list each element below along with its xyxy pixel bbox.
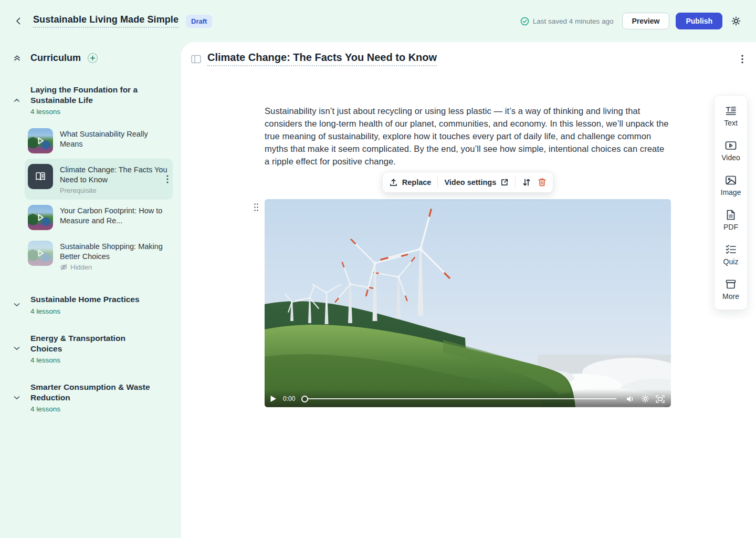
plus-circle-icon bbox=[87, 53, 98, 64]
insert-text-button[interactable]: Text bbox=[724, 105, 738, 127]
image-block-icon bbox=[724, 174, 737, 187]
play-button[interactable] bbox=[269, 394, 278, 404]
play-icon bbox=[28, 205, 53, 230]
delete-button[interactable] bbox=[538, 178, 547, 187]
check-circle-icon bbox=[520, 17, 529, 26]
video-block[interactable]: 0:00 bbox=[265, 199, 671, 407]
playback-time: 0:00 bbox=[283, 395, 295, 402]
insert-block-panel: Text Video Image PDF Quiz More bbox=[714, 95, 748, 310]
volume-button[interactable] bbox=[625, 394, 636, 404]
divider bbox=[515, 177, 516, 188]
section-title: Smarter Consumption & Waste Reduction bbox=[30, 382, 156, 403]
video-player[interactable]: 0:00 bbox=[265, 199, 671, 407]
insert-more-button[interactable]: More bbox=[722, 278, 739, 301]
insert-video-button[interactable]: Video bbox=[721, 139, 740, 162]
lesson-editor-card: Climate Change: The Facts You Need to Kn… bbox=[181, 42, 756, 538]
seek-handle[interactable] bbox=[301, 396, 308, 402]
insert-pdf-button[interactable]: PDF bbox=[723, 209, 738, 231]
lesson-list: What Sustainability Really Means Climate… bbox=[25, 123, 173, 276]
toggle-sidebar-button[interactable] bbox=[190, 54, 202, 65]
section-title: Energy & Transportation Choices bbox=[30, 333, 156, 354]
chevron-down-icon[interactable] bbox=[13, 301, 26, 309]
lesson-item[interactable]: Your Carbon Footprint: How to Measure an… bbox=[25, 200, 173, 235]
panel-toggle-icon bbox=[191, 55, 201, 64]
gear-icon bbox=[731, 16, 741, 26]
text-block-icon bbox=[724, 105, 737, 117]
lesson-menu-button[interactable] bbox=[164, 173, 171, 185]
preview-button[interactable]: Preview bbox=[622, 13, 670, 29]
pdf-block-icon bbox=[724, 209, 737, 221]
seek-bar[interactable] bbox=[301, 396, 621, 402]
publish-button[interactable]: Publish bbox=[676, 13, 722, 29]
lesson-video-thumbnail bbox=[28, 205, 53, 230]
section-header[interactable]: Sustainable Home Practices 4 lessons bbox=[0, 294, 181, 315]
chevron-left-icon bbox=[14, 16, 23, 26]
section-lesson-count: 4 lessons bbox=[30, 405, 156, 413]
video-block-icon bbox=[724, 139, 737, 152]
curriculum-heading: Curriculum bbox=[30, 53, 81, 64]
insert-quiz-button[interactable]: Quiz bbox=[723, 243, 739, 266]
eye-off-icon bbox=[60, 263, 68, 271]
play-icon bbox=[28, 241, 53, 266]
chevron-up-icon[interactable] bbox=[13, 96, 26, 105]
settings-button[interactable] bbox=[729, 14, 743, 28]
video-block-toolbar: Replace Video settings bbox=[382, 172, 553, 193]
kebab-icon bbox=[166, 175, 169, 183]
player-settings-button[interactable] bbox=[640, 394, 650, 404]
lesson-badge: Prerequisite bbox=[60, 187, 169, 194]
lesson-title: Your Carbon Footprint: How to Measure an… bbox=[60, 206, 169, 225]
lesson-options-button[interactable] bbox=[739, 53, 746, 66]
chevron-down-icon[interactable] bbox=[13, 394, 26, 402]
lesson-item-selected[interactable]: Climate Change: The Facts You Need to Kn… bbox=[25, 159, 173, 200]
divider bbox=[437, 177, 438, 188]
last-saved-text: Last saved 4 minutes ago bbox=[533, 17, 614, 25]
add-section-button[interactable] bbox=[87, 53, 98, 64]
fullscreen-button[interactable] bbox=[655, 394, 666, 404]
save-status: Last saved 4 minutes ago bbox=[520, 17, 614, 26]
kebab-icon bbox=[741, 55, 743, 64]
play-icon bbox=[28, 128, 53, 153]
section-title: Sustainable Home Practices bbox=[30, 294, 140, 305]
topbar: Sustainable Living Made Simple Draft Las… bbox=[0, 0, 756, 42]
open-book-icon bbox=[34, 170, 47, 183]
status-badge: Draft bbox=[186, 15, 212, 28]
quiz-block-icon bbox=[724, 243, 737, 256]
more-block-icon bbox=[724, 278, 737, 291]
drag-handle-icon[interactable] bbox=[253, 202, 260, 213]
lesson-video-thumbnail bbox=[28, 128, 53, 153]
curriculum-sidebar: Curriculum Laying the Foundation for a S… bbox=[0, 42, 181, 538]
video-still-windfarm bbox=[265, 199, 671, 407]
lesson-paragraph[interactable]: Sustainability isn’t just about recyclin… bbox=[265, 105, 671, 168]
insert-image-button[interactable]: Image bbox=[721, 174, 741, 196]
section-lesson-count: 4 lessons bbox=[30, 356, 156, 364]
replace-button[interactable]: Replace bbox=[389, 178, 432, 187]
collapse-all-button[interactable] bbox=[13, 54, 22, 63]
arrows-up-down-icon bbox=[522, 178, 531, 187]
reorder-button[interactable] bbox=[522, 178, 531, 187]
lesson-video-thumbnail bbox=[28, 241, 53, 266]
lesson-title: Climate Change: The Facts You Need to Kn… bbox=[60, 165, 169, 184]
section-header[interactable]: Energy & Transportation Choices 4 lesson… bbox=[0, 333, 181, 364]
section-lesson-count: 4 lessons bbox=[30, 307, 140, 315]
double-chevron-up-icon bbox=[13, 54, 22, 63]
section-title: Laying the Foundation for a Sustainable … bbox=[30, 85, 156, 106]
lesson-title: What Sustainability Really Means bbox=[60, 129, 169, 149]
section-header[interactable]: Laying the Foundation for a Sustainable … bbox=[0, 85, 181, 116]
lesson-title: Sustainable Shopping: Making Better Choi… bbox=[60, 242, 169, 261]
section-header[interactable]: Smarter Consumption & Waste Reduction 4 … bbox=[0, 382, 181, 413]
trash-icon bbox=[538, 178, 547, 187]
lesson-reading-thumbnail bbox=[28, 164, 53, 189]
upload-icon bbox=[389, 178, 398, 187]
chevron-down-icon[interactable] bbox=[13, 344, 26, 353]
video-settings-button[interactable]: Video settings bbox=[444, 178, 509, 187]
section-lesson-count: 4 lessons bbox=[30, 108, 156, 116]
video-controls: 0:00 bbox=[265, 389, 671, 407]
back-button[interactable] bbox=[10, 13, 26, 29]
lesson-badge: Hidden bbox=[70, 263, 92, 271]
external-link-icon bbox=[500, 178, 509, 187]
lesson-item[interactable]: What Sustainability Really Means bbox=[25, 123, 173, 159]
course-title[interactable]: Sustainable Living Made Simple bbox=[33, 14, 178, 28]
lesson-item-hidden[interactable]: Sustainable Shopping: Making Better Choi… bbox=[25, 235, 173, 276]
lesson-page-title[interactable]: Climate Change: The Facts You Need to Kn… bbox=[207, 51, 437, 66]
